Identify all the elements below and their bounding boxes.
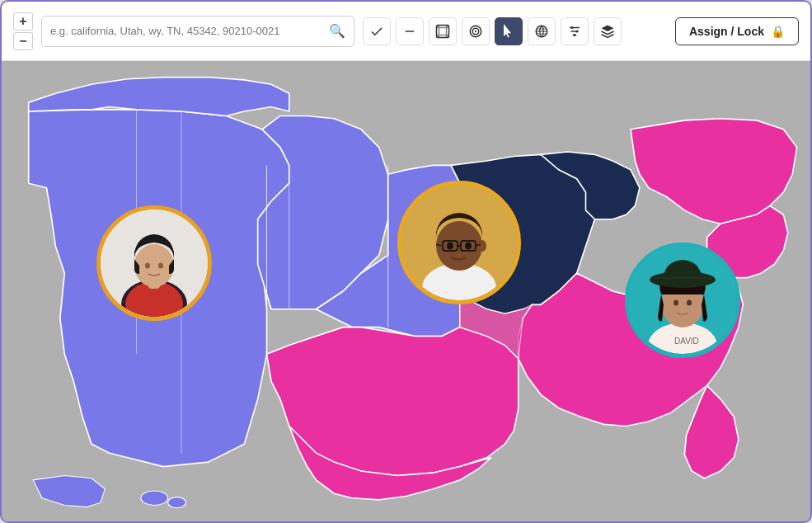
toolbar-tools bbox=[363, 17, 622, 45]
avatar-3: DAVID bbox=[625, 243, 740, 358]
svg-point-24 bbox=[134, 244, 174, 287]
check-tool-button[interactable] bbox=[363, 17, 391, 45]
svg-point-39 bbox=[465, 243, 472, 250]
zoom-out-button[interactable]: − bbox=[13, 32, 33, 50]
map-area[interactable]: DAVID bbox=[2, 61, 810, 521]
cursor-icon bbox=[501, 24, 516, 39]
svg-point-47 bbox=[687, 300, 692, 306]
filter-tool-button[interactable] bbox=[561, 17, 589, 45]
polygon-tool-button[interactable] bbox=[429, 17, 457, 45]
svg-point-10 bbox=[574, 34, 576, 36]
app-container: + − 🔍 bbox=[0, 0, 812, 523]
globe-icon bbox=[534, 24, 549, 39]
target-tool-button[interactable] bbox=[462, 17, 490, 45]
filter-icon bbox=[567, 24, 582, 39]
search-icon[interactable]: 🔍 bbox=[329, 23, 345, 39]
cursor-tool-button[interactable] bbox=[495, 17, 523, 45]
svg-point-13 bbox=[141, 491, 168, 505]
svg-point-14 bbox=[168, 497, 186, 508]
polygon-icon bbox=[435, 24, 450, 39]
svg-text:DAVID: DAVID bbox=[674, 337, 699, 346]
globe-tool-button[interactable] bbox=[528, 17, 556, 45]
avatar-1 bbox=[96, 205, 212, 321]
svg-point-32 bbox=[478, 240, 486, 252]
svg-point-8 bbox=[571, 26, 574, 29]
svg-point-9 bbox=[576, 30, 579, 32]
layers-tool-button[interactable] bbox=[594, 17, 622, 45]
minus-tool-button[interactable] bbox=[396, 17, 424, 45]
svg-point-26 bbox=[158, 263, 163, 269]
svg-point-38 bbox=[447, 243, 453, 250]
svg-point-46 bbox=[674, 300, 678, 306]
lock-icon: 🔒 bbox=[771, 25, 785, 38]
zoom-controls: + − bbox=[13, 12, 33, 50]
search-box: 🔍 bbox=[41, 16, 354, 47]
search-input[interactable] bbox=[50, 25, 329, 37]
svg-point-25 bbox=[145, 263, 150, 269]
assign-lock-label: Assign / Lock bbox=[689, 25, 764, 38]
target-icon bbox=[468, 24, 483, 39]
layers-icon bbox=[600, 24, 615, 39]
avatar-2 bbox=[397, 181, 521, 304]
toolbar: + − 🔍 bbox=[2, 2, 810, 61]
svg-point-3 bbox=[475, 30, 476, 31]
zoom-in-button[interactable]: + bbox=[13, 12, 33, 31]
minus-icon bbox=[402, 24, 417, 39]
assign-lock-button[interactable]: Assign / Lock 🔒 bbox=[675, 17, 799, 45]
check-icon bbox=[369, 24, 384, 39]
